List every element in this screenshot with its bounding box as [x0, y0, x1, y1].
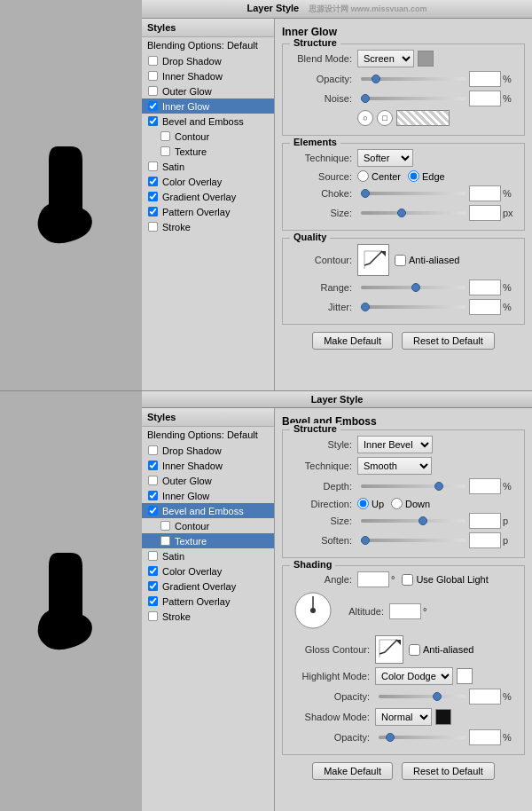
top-size-slider[interactable]: [361, 211, 466, 215]
top-style-stroke[interactable]: Stroke: [142, 219, 274, 234]
top-style-contour[interactable]: Contour: [142, 129, 274, 144]
top-contour-preview[interactable]: [357, 244, 389, 276]
bottom-style-drop-shadow[interactable]: Drop Shadow: [142, 443, 274, 458]
bottom-size-thumb[interactable]: [419, 516, 427, 525]
bottom-highlight-opacity-thumb[interactable]: [433, 692, 442, 701]
top-noise-slider[interactable]: [361, 97, 466, 100]
top-technique-select[interactable]: Softer Precise: [357, 149, 413, 167]
top-check-inner-shadow[interactable]: [148, 71, 158, 81]
bottom-shadow-opacity-slider[interactable]: [379, 736, 466, 739]
top-check-texture[interactable]: [160, 146, 170, 156]
bottom-style-texture[interactable]: Texture: [142, 533, 274, 548]
top-style-color-overlay[interactable]: Color Overlay: [142, 174, 274, 189]
bottom-depth-slider[interactable]: [361, 484, 466, 488]
bottom-style-select[interactable]: Inner Bevel Outer Bevel Emboss: [357, 436, 433, 453]
top-check-pattern-overlay[interactable]: [148, 207, 158, 217]
bottom-global-light-label[interactable]: Use Global Light: [402, 574, 488, 586]
bottom-depth-value[interactable]: 441: [469, 478, 501, 494]
top-style-drop-shadow[interactable]: Drop Shadow: [142, 53, 274, 68]
bottom-style-gradient-overlay[interactable]: Gradient Overlay: [142, 579, 274, 594]
bottom-size-slider[interactable]: [361, 519, 466, 523]
bottom-reset-default-btn[interactable]: Reset to Default: [402, 762, 495, 780]
bottom-highlight-opacity-value[interactable]: 65: [469, 689, 501, 705]
top-choke-value[interactable]: 0: [469, 185, 501, 201]
top-style-texture[interactable]: Texture: [142, 144, 274, 159]
bottom-shadow-opacity-value[interactable]: 10: [469, 729, 501, 745]
bottom-direction-down[interactable]: Down: [391, 498, 430, 509]
bottom-check-pattern-overlay[interactable]: [148, 596, 158, 606]
top-style-bevel-emboss[interactable]: Bevel and Emboss: [142, 114, 274, 129]
top-style-inner-shadow[interactable]: Inner Shadow: [142, 68, 274, 83]
bottom-shadow-mode-select[interactable]: Normal Multiply: [375, 708, 432, 726]
top-check-stroke[interactable]: [148, 222, 158, 232]
bottom-gloss-contour-preview[interactable]: [375, 635, 403, 664]
top-check-outer-glow[interactable]: [148, 86, 158, 96]
bottom-highlight-mode-select[interactable]: Color Dodge Screen Normal: [375, 667, 453, 685]
top-jitter-thumb[interactable]: [361, 303, 370, 311]
bottom-check-color-overlay[interactable]: [148, 566, 158, 576]
top-check-color-overlay[interactable]: [148, 177, 158, 186]
bottom-check-stroke[interactable]: [148, 611, 158, 621]
top-circle-btn-1[interactable]: ○: [357, 110, 373, 126]
top-noise-thumb[interactable]: [361, 94, 370, 103]
top-noise-value[interactable]: 0: [469, 91, 501, 106]
top-anti-aliased-label[interactable]: Anti-aliased: [395, 255, 459, 266]
bottom-style-outer-glow[interactable]: Outer Glow: [142, 473, 274, 488]
bottom-check-drop-shadow[interactable]: [148, 445, 158, 455]
top-size-thumb[interactable]: [397, 209, 406, 217]
top-blend-color-swatch[interactable]: [418, 51, 434, 67]
top-color-swatch[interactable]: [396, 110, 450, 126]
top-style-gradient-overlay[interactable]: Gradient Overlay: [142, 189, 274, 204]
top-choke-slider[interactable]: [361, 192, 466, 195]
top-opacity-thumb[interactable]: [372, 75, 380, 83]
top-source-edge-radio[interactable]: [408, 170, 419, 182]
bottom-check-inner-shadow[interactable]: [148, 461, 158, 470]
bottom-blending-options[interactable]: Blending Options: Default: [142, 427, 274, 443]
top-reset-default-btn[interactable]: Reset to Default: [402, 332, 495, 350]
top-style-inner-glow[interactable]: Inner Glow: [142, 98, 274, 114]
bottom-style-color-overlay[interactable]: Color Overlay: [142, 563, 274, 579]
top-anti-aliased-check[interactable]: [395, 255, 406, 266]
top-check-contour[interactable]: [160, 131, 170, 141]
bottom-depth-thumb[interactable]: [434, 482, 443, 491]
bottom-style-inner-glow[interactable]: Inner Glow: [142, 488, 274, 503]
top-check-drop-shadow[interactable]: [148, 56, 158, 66]
bottom-make-default-btn[interactable]: Make Default: [312, 762, 393, 780]
bottom-check-inner-glow[interactable]: [148, 491, 158, 500]
bottom-style-contour[interactable]: Contour: [142, 518, 274, 533]
bottom-check-contour[interactable]: [160, 521, 170, 531]
bottom-size-value[interactable]: 106: [469, 513, 501, 529]
top-style-satin[interactable]: Satin: [142, 159, 274, 174]
top-check-satin[interactable]: [148, 161, 158, 171]
bottom-check-satin[interactable]: [148, 551, 158, 561]
top-style-outer-glow[interactable]: Outer Glow: [142, 83, 274, 98]
top-check-gradient-overlay[interactable]: [148, 192, 158, 201]
top-make-default-btn[interactable]: Make Default: [312, 332, 393, 350]
top-style-pattern-overlay[interactable]: Pattern Overlay: [142, 204, 274, 219]
top-opacity-value[interactable]: 10: [469, 71, 501, 87]
bottom-style-satin[interactable]: Satin: [142, 548, 274, 563]
top-source-center[interactable]: Center: [357, 170, 401, 182]
top-source-edge[interactable]: Edge: [408, 170, 445, 182]
bottom-highlight-opacity-slider[interactable]: [379, 695, 466, 698]
bottom-gloss-anti-aliased-label[interactable]: Anti-aliased: [409, 644, 473, 656]
bottom-angle-value[interactable]: -90: [357, 571, 389, 587]
bottom-compass-svg[interactable]: [293, 591, 332, 630]
bottom-style-inner-shadow[interactable]: Inner Shadow: [142, 458, 274, 473]
bottom-direction-up[interactable]: Up: [357, 498, 384, 509]
bottom-shadow-opacity-thumb[interactable]: [386, 733, 395, 742]
top-circle-btn-2[interactable]: □: [377, 110, 393, 126]
bottom-shadow-color-swatch[interactable]: [435, 709, 451, 725]
bottom-soften-slider[interactable]: [361, 539, 466, 542]
bottom-global-light-check[interactable]: [402, 574, 413, 586]
top-range-thumb[interactable]: [411, 283, 420, 292]
top-opacity-slider[interactable]: [361, 77, 466, 81]
top-blend-mode-select[interactable]: Screen Normal Multiply: [357, 50, 414, 67]
bottom-highlight-color-swatch[interactable]: [457, 668, 473, 684]
top-jitter-value[interactable]: 0: [469, 299, 501, 315]
top-jitter-slider[interactable]: [361, 305, 466, 309]
top-check-inner-glow[interactable]: [148, 101, 158, 111]
bottom-soften-value[interactable]: 0: [469, 532, 501, 548]
bottom-direction-up-radio[interactable]: [357, 498, 369, 509]
bottom-style-pattern-overlay[interactable]: Pattern Overlay: [142, 594, 274, 609]
